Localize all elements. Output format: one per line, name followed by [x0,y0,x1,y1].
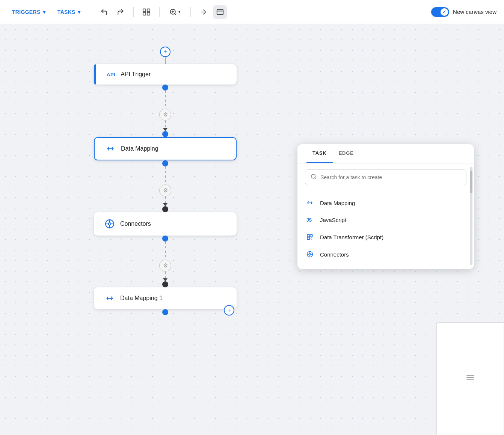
connector-dot-6 [162,281,168,287]
gear-node-1: ⚙ [159,109,171,121]
connector-line-2 [165,121,166,128]
connector-line-1 [165,91,166,109]
svg-rect-0 [143,9,146,11]
data-mapping-item-label: Data Mapping [320,200,355,206]
toggle-label: New canvas view [453,9,496,15]
toggle-container: ✓ New canvas view [431,7,496,17]
list-item-connectors[interactable]: Connectors [297,246,474,263]
triggers-label: TRIGGERS [12,9,41,15]
api-label: API [107,72,115,77]
javascript-item-label: JavaScript [320,217,346,223]
divider-2 [133,7,134,17]
mini-panel [436,322,504,435]
popup-tabs: TASK EDGE [297,144,474,163]
connectors-item-label: Connectors [320,251,349,258]
connector-line-0 [165,57,166,64]
zoom-icon [169,8,177,16]
toolbar: TRIGGERS ▾ TASKS ▾ [0,0,504,24]
data-transformer-item-label: Data Transformer (Script) [320,234,383,240]
data-mapping-node[interactable]: Data Mapping [94,137,237,160]
zoom-chevron-icon: ▾ [178,9,181,14]
data-transformer-item-icon [306,234,315,240]
svg-rect-1 [147,9,150,11]
redo-icon [117,8,124,16]
api-trigger-node[interactable]: API API Trigger [94,64,237,85]
layout-button[interactable] [140,5,153,19]
connector-line-6 [165,272,166,278]
connectors-icon [104,219,115,229]
tasks-label: TASKS [57,9,75,15]
connector-dot-3 [162,160,168,166]
data-mapping-1-icon [104,294,115,302]
connector-dot-2 [162,131,168,137]
triggers-chevron-icon: ▾ [43,9,45,15]
popup-scrollbar-thumb [470,171,472,193]
task-popup: TASK EDGE [297,144,474,269]
javascript-item-icon: JS [306,218,315,223]
svg-line-5 [175,13,176,15]
undo-button[interactable] [97,5,111,19]
task-search[interactable] [305,169,466,185]
triggers-button[interactable]: TRIGGERS ▾ [8,7,50,17]
api-accent-bar [94,64,96,85]
svg-rect-3 [147,12,150,15]
redo-button[interactable] [114,5,127,19]
data-mapping-icon [105,145,116,153]
svg-line-20 [315,178,316,179]
divider-3 [159,7,160,17]
svg-rect-2 [143,12,146,15]
zoom-button[interactable]: ▾ [166,7,184,17]
arrow-head-2 [163,203,167,206]
task-list: Data Mapping JS JavaScript [297,191,474,269]
connector-line-5 [165,242,166,260]
search-icon [311,174,317,181]
canvas[interactable]: + API API Trigger ⚙ [0,24,504,435]
divider-4 [190,7,191,17]
connector-dot-5 [162,236,168,242]
tasks-chevron-icon: ▾ [78,9,80,15]
connectors-node[interactable]: Connectors [94,212,237,236]
connector-dot-4 [162,206,168,212]
api-trigger-label: API Trigger [121,71,151,78]
list-item-data-transformer[interactable]: Data Transformer (Script) [297,228,474,246]
gear-node-3: ⚙ [159,260,171,272]
tab-edge[interactable]: EDGE [333,144,360,163]
new-canvas-toggle[interactable]: ✓ [431,7,449,17]
connector-line-3 [165,166,166,184]
list-item-javascript[interactable]: JS JavaScript [297,211,474,228]
data-mapping-label: Data Mapping [121,145,158,152]
svg-rect-23 [310,234,312,237]
popup-scrollbar[interactable] [470,167,472,265]
add-top-button[interactable]: + [160,47,171,57]
gear-node-2: ⚙ [159,184,171,196]
undo-icon [100,8,108,16]
pen-button[interactable] [197,5,210,19]
svg-rect-22 [307,234,309,237]
connector-dot-7 [162,309,168,315]
canvas-icon [216,8,224,16]
data-mapping-1-node[interactable]: Data Mapping 1 [94,287,237,309]
connectors-label: Connectors [120,221,151,227]
arrow-head-3 [163,278,167,281]
data-mapping-1-label: Data Mapping 1 [120,295,163,302]
toggle-thumb: ✓ [441,8,448,16]
pen-icon [200,8,207,16]
connector-line-4 [165,196,166,203]
connector-dot-1 [162,85,168,91]
data-mapping-item-icon [306,199,315,206]
tab-task[interactable]: TASK [306,144,333,163]
canvas-view-button[interactable] [213,5,227,19]
add-mid-button[interactable]: + [224,305,234,316]
svg-rect-24 [307,237,309,240]
arrow-head-1 [163,128,167,131]
toggle-track: ✓ [431,7,449,17]
toggle-check-icon: ✓ [442,9,446,15]
mini-panel-icon [466,373,475,384]
flow-container: + API API Trigger ⚙ [94,47,237,315]
list-item-data-mapping[interactable]: Data Mapping [297,194,474,211]
connectors-item-icon [306,251,315,258]
task-search-input[interactable] [320,174,461,180]
divider-1 [91,7,91,17]
layout-icon [142,8,151,16]
tasks-button[interactable]: TASKS ▾ [53,7,85,17]
